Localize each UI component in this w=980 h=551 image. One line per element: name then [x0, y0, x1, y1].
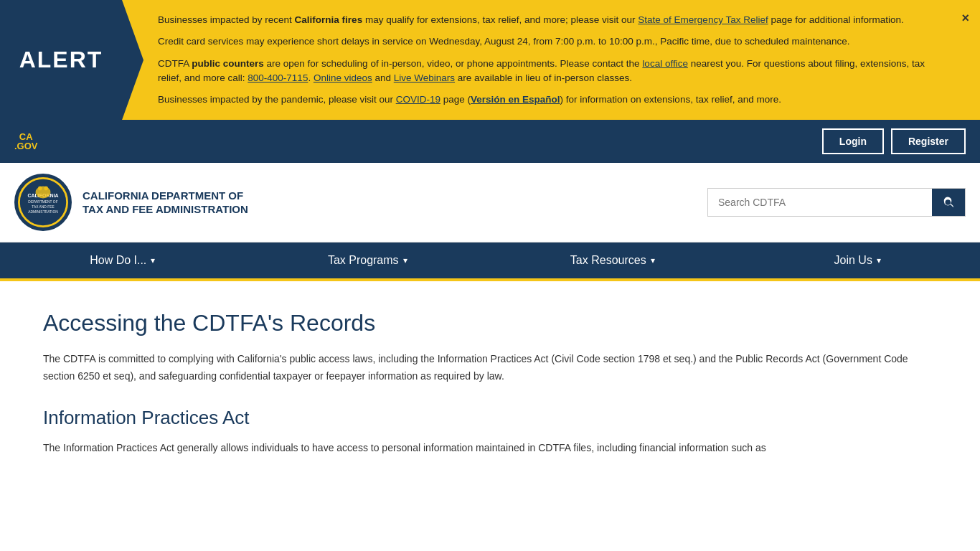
- org-name-line2: TAX AND FEE ADMINISTRATION: [83, 202, 248, 217]
- nav-how-do-i-chevron: ▾: [151, 255, 155, 265]
- svg-text:TAX AND FEE: TAX AND FEE: [32, 206, 55, 209]
- live-webinars-link[interactable]: Live Webinars: [394, 72, 455, 83]
- alert-bold-2: public counters: [192, 58, 264, 69]
- phone-link[interactable]: 800-400-7115: [248, 72, 308, 83]
- alert-message-4: Businesses impacted by the pandemic, ple…: [158, 93, 944, 107]
- logo-svg: CALIFORNIA DEPARTMENT OF TAX AND FEE ADM…: [18, 177, 68, 227]
- register-button[interactable]: Register: [891, 128, 966, 154]
- nav-tax-programs-chevron: ▾: [403, 255, 407, 265]
- svg-point-5: [36, 187, 51, 199]
- site-header: CALIFORNIA DEPARTMENT OF TAX AND FEE ADM…: [0, 163, 980, 242]
- login-button[interactable]: Login: [822, 128, 884, 154]
- alert-label: ALERT: [19, 47, 103, 73]
- org-name-line1: CALIFORNIA DEPARTMENT OF: [83, 189, 248, 203]
- alert-close-button[interactable]: ×: [961, 11, 969, 26]
- nav-tax-resources-chevron: ▾: [651, 255, 655, 265]
- nav-join-us-chevron: ▾: [877, 255, 881, 265]
- svg-point-7: [44, 187, 48, 191]
- nav-tax-resources-label: Tax Resources: [570, 254, 646, 267]
- nav-tax-resources[interactable]: Tax Resources ▾: [490, 242, 735, 278]
- search-button[interactable]: [932, 189, 965, 216]
- site-logo: CALIFORNIA DEPARTMENT OF TAX AND FEE ADM…: [14, 174, 248, 231]
- logo-text: CALIFORNIA DEPARTMENT OF TAX AND FEE ADM…: [83, 189, 248, 217]
- alert-message-3: CDTFA public counters are open for sched…: [158, 57, 944, 86]
- nav-how-do-i[interactable]: How Do I... ▾: [0, 242, 245, 278]
- alert-bold-1: California fires: [295, 14, 363, 25]
- nav-join-us[interactable]: Join Us ▾: [735, 242, 981, 278]
- main-nav: How Do I... ▾ Tax Programs ▾ Tax Resourc…: [0, 242, 980, 281]
- nav-how-do-i-label: How Do I...: [90, 254, 146, 267]
- svg-text:DEPARTMENT OF: DEPARTMENT OF: [28, 201, 57, 204]
- alert-banner: ALERT Businesses impacted by recent Cali…: [0, 0, 980, 120]
- search-bar: [707, 188, 966, 217]
- page-intro: The CDTFA is committed to complying with…: [43, 351, 937, 385]
- top-bar: CA.GOV Login Register: [0, 120, 980, 163]
- page-title: Accessing the CDTFA's Records: [43, 310, 937, 336]
- local-office-link[interactable]: local office: [642, 58, 688, 69]
- main-content: Accessing the CDTFA's Records The CDTFA …: [0, 281, 980, 485]
- espanol-bold: Versión en Español: [471, 94, 560, 105]
- nav-join-us-label: Join Us: [834, 254, 872, 267]
- svg-text:ADMINISTRATION: ADMINISTRATION: [28, 211, 58, 215]
- alert-message-1: Businesses impacted by recent California…: [158, 13, 944, 27]
- alert-label-container: ALERT: [0, 0, 143, 120]
- espanol-link[interactable]: Versión en Español: [471, 94, 560, 105]
- top-bar-buttons: Login Register: [822, 128, 966, 154]
- section1-text: The Information Practices Act generally …: [43, 440, 937, 457]
- nav-tax-programs-label: Tax Programs: [328, 254, 399, 267]
- svg-point-6: [38, 187, 42, 191]
- covid-link[interactable]: COVID-19: [396, 94, 440, 105]
- alert-content: Businesses impacted by recent California…: [143, 0, 980, 120]
- nav-tax-programs[interactable]: Tax Programs ▾: [245, 242, 491, 278]
- ca-gov-logo-text: CA.GOV: [14, 132, 38, 151]
- section1-title: Information Practices Act: [43, 407, 937, 429]
- state-emergency-link[interactable]: State of Emergency Tax Relief: [638, 14, 768, 25]
- search-icon: [942, 196, 955, 209]
- alert-message-2: Credit card services may experience shor…: [158, 34, 944, 49]
- logo-circle: CALIFORNIA DEPARTMENT OF TAX AND FEE ADM…: [14, 174, 72, 231]
- search-input[interactable]: [708, 189, 932, 215]
- ca-gov-logo[interactable]: CA.GOV: [14, 132, 38, 151]
- online-videos-link[interactable]: Online videos: [314, 72, 372, 83]
